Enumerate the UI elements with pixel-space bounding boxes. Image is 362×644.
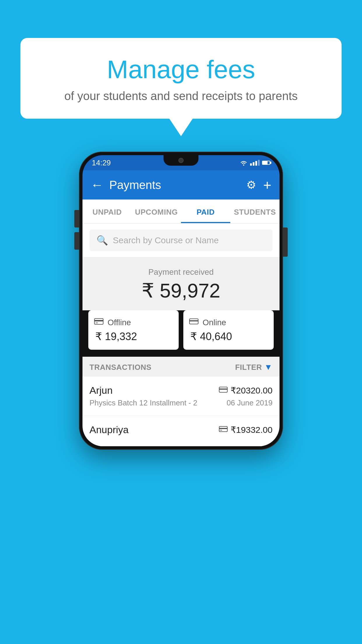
app-bar: ← Payments ⚙ + (82, 170, 280, 200)
search-icon: 🔍 (96, 235, 108, 246)
transaction-amount-wrap: ₹19332.00 (219, 425, 273, 435)
filter-icon: ▼ (264, 363, 273, 372)
settings-icon[interactable]: ⚙ (246, 178, 256, 191)
transactions-header: TRANSACTIONS FILTER ▼ (82, 357, 280, 377)
search-input-placeholder[interactable]: Search by Course or Name (113, 235, 219, 245)
app-bar-title: Payments (109, 178, 246, 192)
phone-container: 14:29 (79, 152, 283, 450)
online-card: Online ₹ 40,640 (183, 310, 274, 350)
payment-received-label: Payment received (82, 267, 280, 277)
transaction-date: 06 June 2019 (226, 398, 273, 407)
status-icons (240, 160, 270, 166)
svg-rect-7 (219, 388, 227, 390)
battery-icon (262, 161, 270, 165)
speech-bubble-container: Manage fees of your students and send re… (20, 38, 342, 136)
transaction-top: Arjun ₹20320.00 (89, 385, 273, 396)
transaction-desc: Physics Batch 12 Installment - 2 (89, 398, 197, 407)
transaction-amount: ₹20320.00 (231, 385, 273, 396)
tabs: UNPAID UPCOMING PAID STUDENTS (82, 200, 280, 224)
search-box[interactable]: 🔍 Search by Course or Name (89, 230, 273, 251)
online-label: Online (203, 318, 226, 327)
volume-up-button[interactable] (74, 210, 79, 228)
payment-type-icon-offline (219, 425, 228, 434)
transaction-row[interactable]: Anupriya ₹19332.00 (82, 416, 280, 446)
filter-text: FILTER (235, 363, 262, 372)
add-icon[interactable]: + (263, 177, 271, 193)
online-icon (189, 317, 198, 328)
notch-camera (178, 158, 184, 163)
transaction-top: Anupriya ₹19332.00 (89, 424, 273, 435)
transaction-row[interactable]: Arjun ₹20320.00 Physics Batch 12 Install… (82, 377, 280, 416)
tab-students[interactable]: STUDENTS (230, 200, 280, 223)
transaction-amount: ₹19332.00 (231, 425, 273, 435)
offline-amount: ₹ 19,332 (94, 330, 173, 343)
app-bar-icons: ⚙ + (246, 177, 271, 193)
speech-bubble-arrow (169, 119, 193, 136)
notch (164, 155, 198, 166)
tab-unpaid[interactable]: UNPAID (82, 200, 132, 223)
tab-upcoming[interactable]: UPCOMING (132, 200, 181, 223)
payment-received-amount: ₹ 59,972 (82, 279, 280, 302)
payment-cards-row: Offline ₹ 19,332 Online (82, 310, 280, 357)
transaction-name: Anupriya (89, 424, 129, 435)
speech-bubble-title: Manage fees (38, 55, 324, 84)
status-bar: 14:29 (82, 155, 280, 170)
phone-outer: 14:29 (79, 152, 283, 450)
power-button[interactable] (283, 228, 288, 257)
tab-paid[interactable]: PAID (181, 200, 230, 223)
svg-rect-3 (96, 323, 98, 323)
payment-type-icon (219, 386, 228, 395)
search-container: 🔍 Search by Course or Name (82, 224, 280, 257)
volume-down-button[interactable] (74, 232, 79, 250)
svg-rect-9 (219, 428, 227, 429)
filter-button[interactable]: FILTER ▼ (235, 363, 273, 372)
wifi-icon (240, 160, 248, 166)
side-buttons-right (283, 228, 288, 257)
transaction-name: Arjun (89, 385, 113, 396)
offline-card-header: Offline (94, 317, 173, 328)
offline-icon (94, 317, 103, 328)
back-button[interactable]: ← (91, 178, 103, 192)
online-card-header: Online (189, 317, 268, 328)
online-amount: ₹ 40,640 (189, 330, 268, 343)
offline-label: Offline (108, 318, 131, 327)
transactions-label: TRANSACTIONS (89, 363, 152, 372)
side-buttons-left (74, 210, 79, 250)
offline-card: Offline ₹ 19,332 (88, 310, 179, 350)
phone-screen: 14:29 (82, 155, 280, 446)
svg-rect-5 (189, 320, 198, 321)
speech-bubble-subtitle: of your students and send receipts to pa… (38, 90, 324, 103)
speech-bubble: Manage fees of your students and send re… (20, 38, 342, 119)
svg-rect-10 (220, 430, 222, 430)
signal-bars-icon (250, 160, 260, 166)
status-time: 14:29 (92, 158, 111, 167)
svg-rect-2 (94, 320, 103, 321)
svg-point-0 (243, 164, 244, 166)
transaction-amount-wrap: ₹20320.00 (219, 385, 273, 396)
payment-received-section: Payment received ₹ 59,972 (82, 257, 280, 310)
transaction-bottom: Physics Batch 12 Installment - 2 06 June… (89, 398, 273, 407)
